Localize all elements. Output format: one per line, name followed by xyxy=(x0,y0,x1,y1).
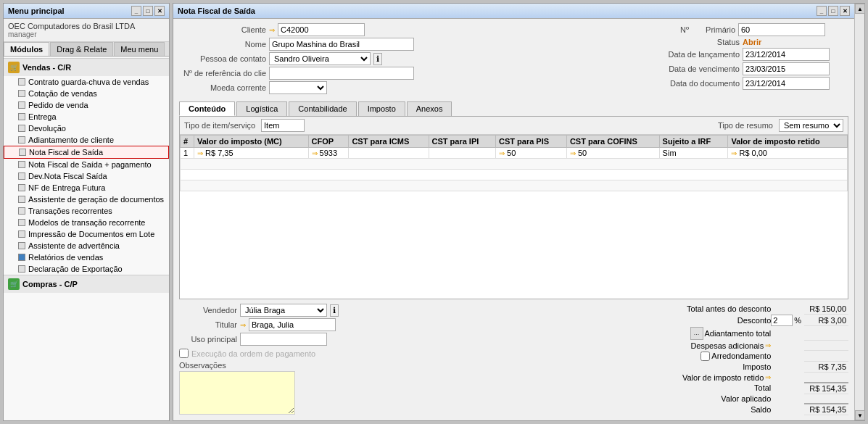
list-item[interactable]: Dev.Nota Fiscal Saída xyxy=(4,170,169,182)
col-valor-retido: Valor de imposto retido xyxy=(728,136,848,148)
item-icon xyxy=(18,125,25,132)
list-item[interactable]: Transações recorrentes xyxy=(4,205,169,217)
list-item[interactable]: Cotação de vendas xyxy=(4,88,169,99)
list-item[interactable]: Declaração de Exportação xyxy=(4,263,169,275)
right-minimize-button[interactable]: _ xyxy=(817,6,827,16)
list-item[interactable]: Nota Fiscal de Saída + pagamento xyxy=(4,159,169,170)
table-row[interactable] xyxy=(181,180,848,191)
vendedor-info-icon[interactable]: ℹ xyxy=(330,304,339,317)
col-cst-icms: CST para ICMS xyxy=(349,136,429,148)
titular-input[interactable] xyxy=(249,318,336,331)
items-table-area: Tipo de item/serviço Tipo de resumo Sem … xyxy=(179,116,848,299)
tab-conteudo[interactable]: Conteúdo xyxy=(179,101,235,116)
left-tabs: Módulos Drag & Relate Meu menu xyxy=(4,42,169,57)
item-label: Transações recorrentes xyxy=(28,207,112,215)
table-row[interactable] xyxy=(181,170,848,180)
vendedor-select[interactable]: Júlia Braga xyxy=(240,304,327,317)
bottom-left: Vendedor Júlia Braga ℹ Titular ⇒ Uso pri… xyxy=(179,304,640,416)
nome-input[interactable] xyxy=(269,38,414,51)
list-item[interactable]: NF de Entrega Futura xyxy=(4,182,169,194)
observations-textarea[interactable] xyxy=(179,371,295,415)
nrref-row: Nº de referência do clie xyxy=(179,67,640,80)
list-item[interactable]: Contrato guarda-chuva de vendas xyxy=(4,76,169,88)
item-icon xyxy=(19,149,26,156)
maximize-button[interactable]: □ xyxy=(143,6,153,16)
nota-fiscal-saida-item[interactable]: Nota Fiscal de Saída xyxy=(4,146,169,159)
tab-imposto[interactable]: Imposto xyxy=(358,101,405,116)
arredondamento-row: Arredondamento xyxy=(645,351,848,362)
section-vendas-label: Vendas - C/R xyxy=(22,63,71,72)
imposto-value: R$ 7,35 xyxy=(804,362,849,373)
observations-label: Observações xyxy=(179,361,640,370)
table-scroll[interactable]: # Valor do imposto (MC) CFOP CST para IC… xyxy=(180,135,848,299)
no-label: Nº xyxy=(645,25,689,34)
desconto-percent-input[interactable] xyxy=(771,315,793,326)
list-item[interactable]: Assistente de advertência xyxy=(4,240,169,252)
list-item[interactable]: Entrega xyxy=(4,111,169,122)
item-icon xyxy=(18,254,25,261)
tipo-label: Tipo de item/serviço xyxy=(184,121,255,130)
left-window-controls: _ □ ✕ xyxy=(131,6,165,16)
list-item[interactable]: Assistente de geração de documentos xyxy=(4,194,169,205)
cell-cst-ipi xyxy=(429,148,496,159)
list-item[interactable]: Impressão de Documentos em Lote xyxy=(4,228,169,240)
items-table: # Valor do imposto (MC) CFOP CST para IC… xyxy=(180,135,848,191)
scroll-track[interactable] xyxy=(855,14,864,410)
uso-row: Uso principal xyxy=(179,333,640,346)
pessoa-info-icon[interactable]: ℹ xyxy=(373,53,382,65)
item-icon xyxy=(18,172,25,180)
item-icon xyxy=(18,196,25,203)
tab-anexos[interactable]: Anexos xyxy=(407,101,452,116)
valor-aplicado-value xyxy=(804,394,849,404)
table-row[interactable] xyxy=(181,159,848,170)
list-item[interactable]: Relatórios de vendas xyxy=(4,252,169,263)
payment-check-row: Execução da ordem de pagamento xyxy=(179,349,640,358)
scroll-down-arrow[interactable]: ▼ xyxy=(855,410,865,420)
table-row[interactable]: 1 ⇒ R$ 7,35 ⇒ 5933 ⇒ 50 ⇒ 50 Sim ⇒ R$ 0,… xyxy=(181,148,848,159)
tab-meu-menu[interactable]: Meu menu xyxy=(114,42,165,56)
tab-logistica[interactable]: Logística xyxy=(236,101,287,116)
list-item[interactable]: Devolução xyxy=(4,122,169,134)
saldo-value: R$ 154,35 xyxy=(804,404,849,415)
scroll-up-arrow[interactable]: ▲ xyxy=(855,4,865,14)
vendedor-label: Vendedor xyxy=(179,306,237,315)
item-icon xyxy=(18,101,25,109)
adiantamento-dots-button[interactable]: … xyxy=(690,327,703,340)
total-antes-value: R$ 150,00 xyxy=(804,304,849,315)
pessoa-select[interactable]: Sandro Oliveira xyxy=(269,52,371,65)
documento-input[interactable] xyxy=(743,77,830,90)
cell-cst-pis: ⇒ 50 xyxy=(496,148,567,159)
vencimento-input[interactable] xyxy=(743,62,830,75)
tab-drag-relate[interactable]: Drag & Relate xyxy=(50,42,113,56)
pessoa-row: Pessoa de contato Sandro Oliveira ℹ xyxy=(179,52,640,65)
close-button[interactable]: ✕ xyxy=(154,6,165,16)
nrref-label: Nº de referência do clie xyxy=(179,69,266,78)
payment-checkbox[interactable] xyxy=(179,349,189,358)
right-maximize-button[interactable]: □ xyxy=(828,6,838,16)
item-label: Nota Fiscal de Saída + pagamento xyxy=(28,160,152,169)
list-item[interactable]: Adiantamento de cliente xyxy=(4,134,169,146)
uso-input[interactable] xyxy=(240,333,327,346)
cliente-input[interactable] xyxy=(278,23,365,36)
nrref-input[interactable] xyxy=(269,67,414,80)
valor-retido-row: Valor de imposto retido ⇒ xyxy=(645,373,848,383)
list-item[interactable]: Modelos de transação recorrente xyxy=(4,217,169,228)
tab-modulos[interactable]: Módulos xyxy=(4,42,49,56)
right-scrollbar[interactable]: ▲ ▼ xyxy=(854,4,864,420)
list-item[interactable]: Pedido de venda xyxy=(4,99,169,111)
item-icon xyxy=(18,219,25,226)
tab-contabilidade[interactable]: Contabilidade xyxy=(289,101,356,116)
minimize-button[interactable]: _ xyxy=(131,6,141,16)
cell-cfop: ⇒ 5933 xyxy=(308,148,349,159)
desconto-value: R$ 3,00 xyxy=(804,315,849,326)
arredondamento-checkbox[interactable] xyxy=(700,352,710,361)
right-panel: Nota Fiscal de Saída _ □ ✕ Cliente ⇒ Nom… xyxy=(173,3,865,421)
tipo-input[interactable] xyxy=(261,119,305,132)
lancamento-input[interactable] xyxy=(743,48,830,61)
no-input[interactable] xyxy=(738,23,825,36)
adiantamento-row: … Adiantamento total xyxy=(645,326,848,341)
resumo-select[interactable]: Sem resumo xyxy=(779,119,843,132)
company-name: OEC Computadores do Brasil LTDA xyxy=(8,22,165,30)
moeda-select[interactable] xyxy=(269,81,327,94)
right-close-button[interactable]: ✕ xyxy=(840,6,850,16)
